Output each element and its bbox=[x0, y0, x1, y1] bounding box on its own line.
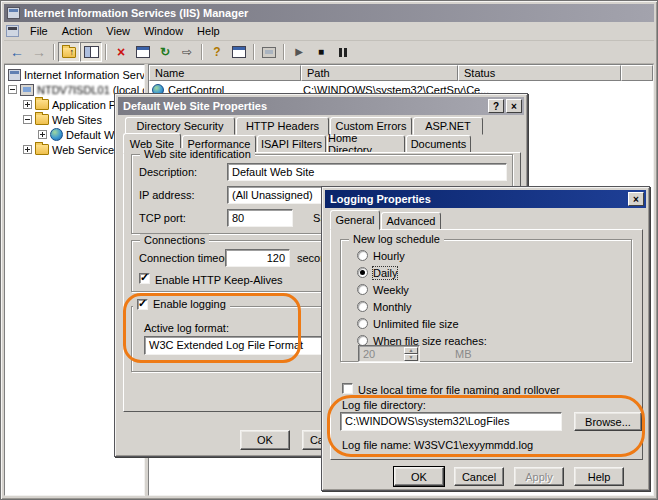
file-size-spinner[interactable]: 20 ▲ ▼ bbox=[358, 345, 420, 362]
tab-general[interactable]: General bbox=[330, 210, 380, 230]
keep-alives-checkbox[interactable]: ✓ bbox=[139, 273, 150, 284]
show-hide-tree-button[interactable] bbox=[80, 42, 102, 62]
radio-daily[interactable]: Daily bbox=[357, 266, 397, 279]
spin-down-icon[interactable]: ▼ bbox=[404, 354, 418, 361]
up-folder-icon: ↑ bbox=[62, 47, 76, 58]
tree-item-label: Web Sites bbox=[52, 114, 102, 126]
logging-apply-button[interactable]: Apply bbox=[514, 467, 564, 486]
toolbar-separator bbox=[53, 44, 55, 60]
local-time-checkbox[interactable] bbox=[342, 383, 353, 394]
logging-help-button[interactable]: Help bbox=[574, 467, 624, 486]
radio-monthly[interactable]: Monthly bbox=[357, 300, 412, 313]
logging-cancel-button[interactable]: Cancel bbox=[454, 467, 504, 486]
remote-connect-button[interactable] bbox=[258, 42, 280, 62]
tab-aspnet[interactable]: ASP.NET bbox=[413, 117, 483, 135]
toolbar: ← → ↑ × ↻ ⇨ ? ▶ ■ bbox=[4, 41, 654, 64]
identification-legend: Web site identification bbox=[140, 148, 255, 160]
column-header-status[interactable]: Status bbox=[458, 65, 621, 81]
enable-logging-row: ✓ Enable logging bbox=[133, 298, 230, 310]
dialog-help-button[interactable]: ? bbox=[488, 99, 504, 113]
forward-button[interactable]: → bbox=[28, 42, 50, 62]
menu-action[interactable]: Action bbox=[55, 23, 100, 39]
tree-item-iis-root[interactable]: Internet Information Services bbox=[5, 67, 144, 82]
tcp-port-input[interactable]: 80 bbox=[227, 209, 293, 227]
properties-ok-button[interactable]: OK bbox=[240, 430, 290, 450]
menu-view[interactable]: View bbox=[99, 23, 137, 39]
console-panes-icon bbox=[84, 46, 99, 58]
pause-icon bbox=[339, 48, 347, 57]
description-input[interactable]: Default Web Site bbox=[227, 163, 507, 181]
start-item-button[interactable]: ▶ bbox=[288, 42, 310, 62]
ip-address-label: IP address: bbox=[139, 189, 194, 201]
menu-file[interactable]: File bbox=[23, 23, 55, 39]
start-icon: ▶ bbox=[295, 46, 303, 58]
tree-item-label: Application Po bbox=[52, 99, 122, 111]
column-header-name[interactable]: Name bbox=[149, 65, 301, 81]
refresh-button[interactable]: ↻ bbox=[154, 42, 176, 62]
export-list-button[interactable]: ⇨ bbox=[176, 42, 198, 62]
expand-expander-icon[interactable] bbox=[23, 100, 32, 109]
column-header-path[interactable]: Path bbox=[301, 65, 458, 81]
logging-dialog-title: Logging Properties bbox=[330, 193, 431, 205]
enable-logging-checkbox[interactable]: ✓ bbox=[137, 299, 148, 310]
help-button[interactable]: ? bbox=[206, 42, 228, 62]
stop-item-button[interactable]: ■ bbox=[310, 42, 332, 62]
console-view-button[interactable] bbox=[228, 42, 250, 62]
tree-item-label: Default W bbox=[66, 129, 114, 141]
back-button[interactable]: ← bbox=[6, 42, 28, 62]
tab-documents[interactable]: Documents bbox=[406, 135, 471, 153]
pause-item-button[interactable] bbox=[332, 42, 354, 62]
tab-home-directory[interactable]: Home Directory bbox=[327, 135, 405, 153]
log-schedule-legend: New log schedule bbox=[349, 233, 444, 245]
computer-icon bbox=[20, 84, 34, 96]
expand-expander-icon[interactable] bbox=[23, 145, 32, 154]
question-icon: ? bbox=[493, 101, 499, 112]
connection-timeout-input[interactable]: 120 bbox=[225, 249, 290, 267]
spin-up-icon[interactable]: ▲ bbox=[404, 347, 418, 354]
iis-manager-window: Internet Information Services (IIS) Mana… bbox=[0, 0, 658, 500]
iis-app-icon bbox=[7, 7, 20, 19]
expand-expander-icon[interactable] bbox=[38, 130, 47, 139]
help-icon: ? bbox=[213, 46, 220, 58]
menu-window[interactable]: Window bbox=[137, 23, 190, 39]
radio-hourly[interactable]: Hourly bbox=[357, 249, 405, 262]
tcp-port-label: TCP port: bbox=[139, 212, 186, 224]
toolbar-separator bbox=[105, 44, 107, 60]
browse-button[interactable]: Browse... bbox=[574, 412, 642, 431]
dialog-close-button[interactable]: × bbox=[506, 99, 522, 113]
tab-advanced[interactable]: Advanced bbox=[381, 212, 441, 230]
radio-weekly[interactable]: Weekly bbox=[357, 283, 409, 296]
console-window-icon[interactable] bbox=[6, 25, 19, 37]
log-file-directory-label: Log file directory: bbox=[342, 399, 426, 411]
iis-node-icon bbox=[8, 69, 21, 81]
dialog-close-button[interactable]: × bbox=[628, 192, 644, 206]
radio-icon bbox=[357, 318, 368, 329]
remote-computer-icon bbox=[262, 47, 276, 58]
stop-icon: ■ bbox=[318, 46, 324, 58]
web-site-globe-icon bbox=[50, 128, 63, 141]
close-icon: × bbox=[511, 101, 517, 112]
menu-help[interactable]: Help bbox=[190, 23, 227, 39]
refresh-icon: ↻ bbox=[160, 46, 170, 58]
properties-button[interactable] bbox=[132, 42, 154, 62]
delete-button[interactable]: × bbox=[110, 42, 132, 62]
collapse-expander-icon[interactable] bbox=[8, 85, 17, 94]
tab-isapi-filters[interactable]: ISAPI Filters bbox=[257, 135, 326, 153]
up-one-level-button[interactable]: ↑ bbox=[58, 42, 80, 62]
collapse-expander-icon[interactable] bbox=[23, 115, 32, 124]
tree-item-label: Internet Information Services bbox=[24, 69, 145, 81]
logging-properties-dialog: Logging Properties × General Advanced Ne… bbox=[321, 186, 650, 491]
check-icon: ✓ bbox=[138, 297, 147, 310]
menu-bar: File Action View Window Help bbox=[4, 22, 654, 41]
properties-icon bbox=[136, 46, 150, 58]
logging-ok-button[interactable]: OK bbox=[394, 467, 444, 486]
properties-dialog-title: Default Web Site Properties bbox=[123, 100, 267, 112]
tab-http-headers[interactable]: HTTP Headers bbox=[236, 117, 329, 135]
radio-unlimited-file-size[interactable]: Unlimited file size bbox=[357, 317, 459, 330]
log-file-directory-input[interactable]: C:\WINDOWS\system32\LogFiles bbox=[340, 412, 562, 431]
radio-icon bbox=[357, 284, 368, 295]
forward-icon: → bbox=[32, 46, 46, 58]
log-file-name-label: Log file name: bbox=[342, 439, 411, 451]
delete-icon: × bbox=[117, 46, 125, 58]
window-titlebar: Internet Information Services (IIS) Mana… bbox=[4, 4, 654, 22]
